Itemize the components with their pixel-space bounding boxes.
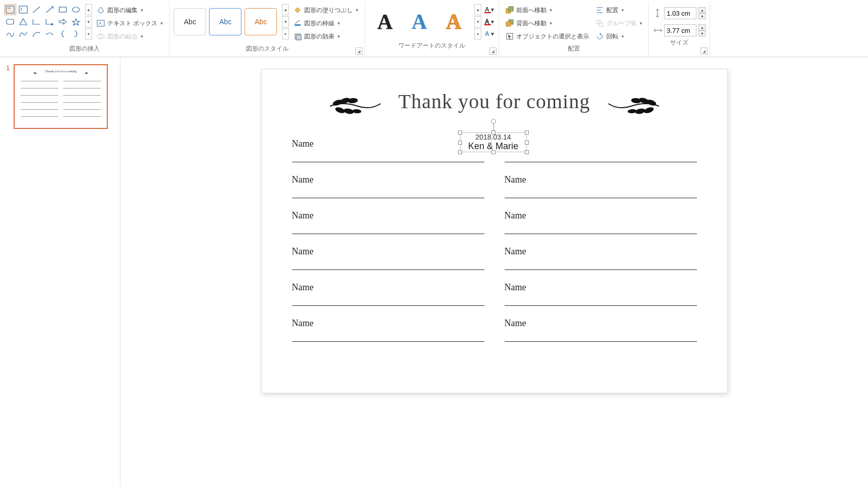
resize-handle-tr[interactable] xyxy=(525,130,529,134)
resize-handle-tm[interactable] xyxy=(491,130,495,134)
shape-roundrect-icon[interactable] xyxy=(4,16,16,27)
style-tile-blue[interactable]: Abc xyxy=(209,8,241,35)
shape-arrow-icon[interactable] xyxy=(57,16,69,27)
svg-rect-8 xyxy=(7,19,14,24)
resize-handle-ml[interactable] xyxy=(458,141,462,145)
selected-textbox[interactable]: 2018.03.14 Ken & Marie xyxy=(460,132,527,152)
wordart-up-icon[interactable]: ▲ xyxy=(474,4,481,15)
name-label: Name xyxy=(505,139,697,149)
wordart-tile-orange[interactable]: A xyxy=(438,6,469,37)
shape-elbow-arrow-icon[interactable] xyxy=(44,16,56,27)
name-block[interactable]: Name xyxy=(505,139,697,162)
name-block[interactable]: Name xyxy=(505,174,697,198)
shape-elbow-icon[interactable] xyxy=(30,16,43,27)
name-block[interactable]: Name xyxy=(292,318,484,342)
name-block[interactable]: Name xyxy=(292,210,484,234)
wordart-more-icon[interactable]: ▾ xyxy=(474,28,481,39)
svg-rect-6 xyxy=(59,7,66,12)
shape-fill-button[interactable]: 図形の塗りつぶし▾ xyxy=(291,4,360,16)
shape-textbox-vert-icon[interactable] xyxy=(17,4,29,15)
styles-up-icon[interactable]: ▲ xyxy=(282,4,289,15)
name-block[interactable]: Name xyxy=(505,282,697,306)
size-dialog-launcher[interactable]: ◢ xyxy=(700,48,708,55)
styles-more-icon[interactable]: ▾ xyxy=(282,28,289,39)
shape-brace-l-icon[interactable] xyxy=(57,28,69,39)
name-line xyxy=(505,189,697,198)
name-label: Name xyxy=(505,174,697,185)
height-down-icon[interactable]: ▼ xyxy=(698,13,706,19)
resize-handle-mr[interactable] xyxy=(525,141,529,145)
wordart-dialog-launcher[interactable]: ◢ xyxy=(489,48,497,55)
wordart-down-icon[interactable]: ▼ xyxy=(474,16,481,27)
name-block[interactable]: Name xyxy=(292,174,484,198)
shape-styles-dialog-launcher[interactable]: ◢ xyxy=(355,48,362,55)
shapes-gallery-scroll[interactable]: ▲ ▼ ▾ xyxy=(85,4,92,39)
wordart-tile-black[interactable]: A xyxy=(369,6,400,37)
name-block[interactable]: Name xyxy=(292,246,484,270)
slide-thumbnail[interactable]: ❧ ❧ Thank you for coming xyxy=(14,64,108,129)
align-button[interactable]: 配置▾ xyxy=(593,4,644,16)
shape-connector-icon[interactable] xyxy=(44,28,56,39)
text-effects-button[interactable]: A▾ xyxy=(483,28,494,39)
wordart-tile-blue[interactable]: A xyxy=(403,6,435,37)
height-spinner[interactable]: ▲▼ xyxy=(653,7,706,19)
shape-line-icon[interactable] xyxy=(30,4,43,15)
resize-handle-tl[interactable] xyxy=(458,130,462,134)
name-label: Name xyxy=(292,318,484,329)
thumbnail-number: 1 xyxy=(6,64,10,72)
wordart-gallery[interactable]: A A A ▲ ▼ ▾ xyxy=(369,4,481,39)
group-shape-styles-label: 図形のスタイル xyxy=(174,42,360,54)
shape-arc-icon[interactable] xyxy=(30,28,43,39)
shape-styles-gallery[interactable]: Abc Abc Abc ▲ ▼ ▾ xyxy=(174,4,289,39)
width-up-icon[interactable]: ▲ xyxy=(698,24,706,30)
gallery-up-icon[interactable]: ▲ xyxy=(85,4,92,15)
effects-icon xyxy=(293,32,302,41)
slide[interactable]: Thank you for coming 2018.03.14 Ken xyxy=(262,69,727,393)
resize-handle-bm[interactable] xyxy=(491,150,495,154)
send-backward-button[interactable]: 背面へ移動▾ xyxy=(503,17,591,29)
resize-handle-bl[interactable] xyxy=(458,150,462,154)
text-fill-button[interactable]: A▾ xyxy=(483,4,494,15)
width-input[interactable] xyxy=(664,24,696,36)
resize-handle-br[interactable] xyxy=(525,150,529,154)
shape-freeform-icon[interactable] xyxy=(4,28,16,39)
shape-curve-icon[interactable] xyxy=(17,28,29,39)
style-tile-black[interactable]: Abc xyxy=(174,8,206,35)
name-block[interactable]: Name xyxy=(505,210,697,234)
shape-arrow-line-icon[interactable] xyxy=(44,4,56,15)
edit-shape-button[interactable]: 図形の編集▾ xyxy=(94,4,165,16)
style-tile-orange[interactable]: Abc xyxy=(244,8,277,35)
group-wordart-label: ワードアートのスタイル xyxy=(369,39,494,51)
shape-effects-button[interactable]: 図形の効果▾ xyxy=(291,30,360,42)
shape-star-icon[interactable] xyxy=(70,16,82,27)
shape-oval-icon[interactable] xyxy=(70,4,82,15)
selection-pane-button[interactable]: オブジェクトの選択と表示 xyxy=(503,30,591,42)
name-block[interactable]: Name xyxy=(292,282,484,306)
shape-outline-button[interactable]: 図形の枠線▾ xyxy=(291,17,360,29)
name-block[interactable]: Name xyxy=(292,139,484,162)
name-line xyxy=(292,333,484,342)
edit-shape-label: 図形の編集 xyxy=(107,6,138,15)
gallery-more-icon[interactable]: ▾ xyxy=(85,28,92,39)
shape-triangle-icon[interactable] xyxy=(17,16,29,27)
svg-rect-33 xyxy=(597,20,600,24)
shape-brace-r-icon[interactable] xyxy=(70,28,82,39)
name-block[interactable]: Name xyxy=(505,246,697,270)
rotate-button[interactable]: 回転▾ xyxy=(593,30,644,42)
styles-down-icon[interactable]: ▼ xyxy=(282,16,289,27)
bring-forward-button[interactable]: 前面へ移動▾ xyxy=(503,4,591,16)
height-input[interactable] xyxy=(664,7,696,19)
slide-canvas-area[interactable]: Thank you for coming 2018.03.14 Ken xyxy=(120,57,868,487)
gallery-down-icon[interactable]: ▼ xyxy=(85,16,92,27)
shape-rect-icon[interactable] xyxy=(57,4,69,15)
shape-textbox-icon[interactable] xyxy=(4,4,16,15)
name-block[interactable]: Name xyxy=(505,318,697,342)
rotate-handle-icon[interactable] xyxy=(491,119,496,124)
text-outline-button[interactable]: A▾ xyxy=(483,16,494,27)
shapes-gallery[interactable] xyxy=(4,4,82,39)
name-line xyxy=(292,225,484,234)
height-up-icon[interactable]: ▲ xyxy=(698,7,706,13)
text-box-button[interactable]: A テキスト ボックス▾ xyxy=(94,17,165,29)
width-down-icon[interactable]: ▼ xyxy=(698,30,706,36)
width-spinner[interactable]: ▲▼ xyxy=(653,24,706,36)
